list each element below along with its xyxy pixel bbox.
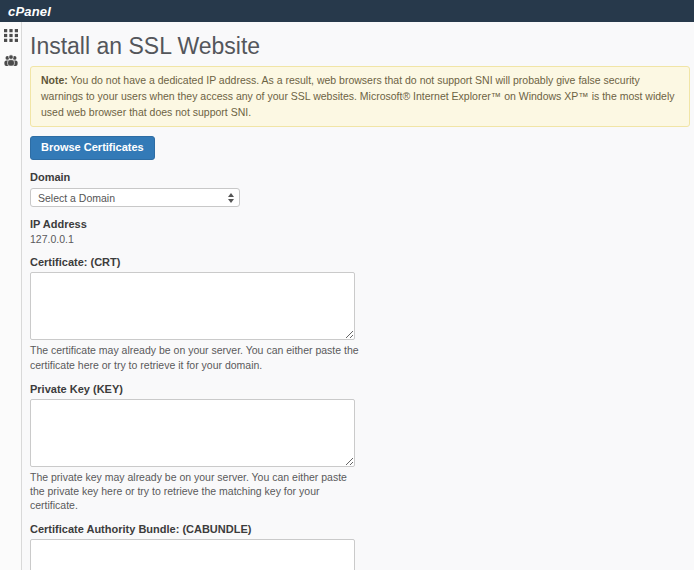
main-content: Install an SSL Website Note: You do not … [22,22,694,570]
certificate-textarea[interactable] [30,272,355,340]
certificate-help-text: The certificate may already be on your s… [30,343,364,371]
cpanel-logo[interactable]: cPanel [8,4,51,19]
ca-bundle-label: Certificate Authority Bundle: (CABUNDLE) [30,523,692,535]
domain-label: Domain [30,171,692,183]
private-key-help-text: The private key may already be on your s… [30,470,364,513]
note-text: You do not have a dedicated IP address. … [41,74,675,118]
domain-select-value: Select a Domain [38,192,115,204]
user-manager-icon[interactable] [4,54,18,67]
apps-grid-icon[interactable] [4,29,18,42]
certificate-label: Certificate: (CRT) [30,256,692,268]
domain-select[interactable]: Select a Domain [30,188,240,207]
ip-address-label: IP Address [30,218,692,230]
page-title: Install an SSL Website [30,34,692,58]
top-navigation-bar: cPanel [0,0,694,22]
private-key-textarea[interactable] [30,399,355,467]
ca-bundle-textarea[interactable] [30,539,355,570]
sni-warning-note: Note: You do not have a dedicated IP add… [30,66,690,127]
select-arrows-icon [228,193,234,203]
browse-certificates-button[interactable]: Browse Certificates [30,136,155,160]
icon-sidebar [0,22,22,570]
private-key-label: Private Key (KEY) [30,383,692,395]
ip-address-value: 127.0.0.1 [30,233,692,245]
note-prefix: Note: [41,74,68,86]
